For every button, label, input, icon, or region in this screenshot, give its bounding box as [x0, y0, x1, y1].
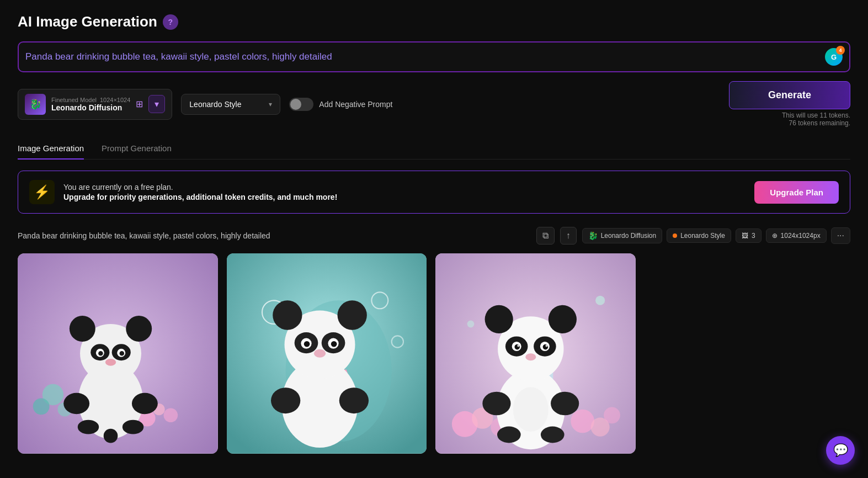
generation-row: Panda bear drinking bubble tea, kawaii s… [18, 227, 850, 245]
model-label: Finetuned Model 1024×1024 [51, 97, 130, 103]
more-options-button[interactable]: ··· [831, 227, 850, 244]
image-count-icon: 🖼 [742, 232, 748, 240]
page-header: AI Image Generation ? [18, 13, 850, 30]
upgrade-button[interactable]: Upgrade Plan [754, 181, 839, 204]
generate-section: Generate This will use 11 tokens. 76 tok… [729, 81, 850, 127]
model-grid-icon: ⊞ [136, 99, 143, 109]
model-meta-chip: 🐉 Leonardo Diffusion [582, 228, 663, 243]
size-icon: ⊕ [772, 232, 778, 240]
tab-bar: Image Generation Prompt Generation [18, 138, 850, 160]
model-avatar: 🐉 [25, 94, 46, 115]
lightning-icon: ⚡ [29, 180, 55, 204]
svg-point-59 [571, 410, 595, 433]
image-card-1[interactable] [18, 253, 218, 454]
tab-image-generation[interactable]: Image Generation [18, 138, 84, 160]
generate-button[interactable]: Generate [729, 81, 850, 109]
style-dot [673, 233, 677, 238]
svg-point-84 [483, 392, 511, 416]
token-info: This will use 11 tokens. 76 tokens remai… [782, 111, 850, 127]
chat-icon: 💬 [833, 443, 848, 458]
help-icon[interactable]: ? [163, 14, 178, 30]
svg-point-85 [551, 392, 579, 416]
style-chevron-icon: ▾ [269, 100, 272, 108]
svg-point-6 [164, 408, 178, 423]
upgrade-banner: ⚡ You are currently on a free plan. Upgr… [18, 171, 850, 214]
count-meta-chip: 🖼 3 [736, 229, 762, 243]
copy-prompt-button[interactable]: ⧉ [536, 227, 555, 245]
svg-point-45 [337, 300, 366, 330]
model-meta-avatar: 🐉 [588, 231, 598, 240]
svg-point-52 [314, 349, 326, 358]
prompt-input[interactable] [25, 44, 825, 70]
style-text: Leonardo Style [189, 100, 264, 109]
svg-point-27 [78, 420, 99, 434]
controls-row: 🐉 Finetuned Model 1024×1024 Leonardo Dif… [18, 81, 850, 127]
banner-title: You are currently on a free plan. [63, 183, 745, 192]
svg-point-82 [546, 344, 548, 347]
svg-point-83 [526, 353, 536, 360]
svg-point-16 [70, 316, 95, 342]
style-meta-chip: Leonardo Style [667, 229, 731, 243]
toggle-knob [290, 99, 301, 110]
generation-prompt-text: Panda bear drinking bubble tea, kawaii s… [18, 231, 531, 240]
negative-prompt-toggle: Add Negative Prompt [289, 98, 392, 111]
svg-point-54 [339, 387, 368, 413]
grammarly-icon[interactable]: G 4 [825, 48, 843, 66]
svg-point-87 [541, 427, 565, 443]
style-selector[interactable]: Leonardo Style ▾ [181, 94, 280, 115]
svg-point-26 [132, 393, 158, 414]
model-selector[interactable]: 🐉 Finetuned Model 1024×1024 Leonardo Dif… [18, 89, 172, 120]
size-meta-chip: ⊕ 1024x1024px [766, 229, 827, 243]
banner-text: You are currently on a free plan. Upgrad… [63, 183, 745, 201]
svg-point-29 [104, 429, 118, 443]
upload-button[interactable]: ↑ [560, 227, 577, 245]
svg-point-74 [549, 305, 577, 333]
svg-point-24 [105, 359, 116, 366]
page-title: AI Image Generation [18, 13, 157, 30]
tab-prompt-generation[interactable]: Prompt Generation [102, 138, 172, 160]
svg-point-62 [595, 296, 605, 305]
svg-point-23 [120, 351, 125, 356]
svg-point-22 [98, 351, 103, 356]
grammarly-badge: 4 [836, 46, 845, 55]
svg-point-63 [467, 321, 475, 328]
generation-meta: 🐉 Leonardo Diffusion Leonardo Style 🖼 3 … [582, 227, 850, 244]
svg-point-86 [497, 427, 521, 443]
image-grid [18, 253, 636, 454]
prompt-input-row: G 4 [18, 41, 850, 72]
svg-point-73 [485, 305, 513, 333]
image-card-2[interactable] [227, 253, 427, 454]
svg-point-17 [126, 316, 152, 342]
banner-subtitle: Upgrade for priority generations, additi… [63, 193, 745, 201]
chevron-down-icon: ▾ [155, 99, 159, 109]
svg-point-61 [604, 407, 620, 423]
negative-prompt-switch[interactable] [289, 98, 313, 111]
model-info: Finetuned Model 1024×1024 Leonardo Diffu… [51, 97, 130, 112]
image-card-3[interactable] [435, 253, 636, 454]
model-dropdown-button[interactable]: ▾ [148, 95, 165, 113]
svg-point-53 [271, 387, 300, 413]
svg-point-44 [273, 300, 302, 330]
svg-point-88 [513, 387, 549, 432]
svg-point-50 [303, 341, 310, 347]
model-size: 1024×1024 [100, 97, 130, 103]
svg-point-28 [123, 420, 143, 434]
chat-button[interactable]: 💬 [826, 436, 855, 465]
model-name: Leonardo Diffusion [51, 103, 130, 112]
svg-point-2 [33, 398, 50, 415]
svg-point-51 [331, 341, 337, 347]
negative-prompt-label: Add Negative Prompt [319, 100, 392, 109]
svg-point-25 [63, 393, 89, 414]
svg-point-81 [518, 344, 520, 347]
